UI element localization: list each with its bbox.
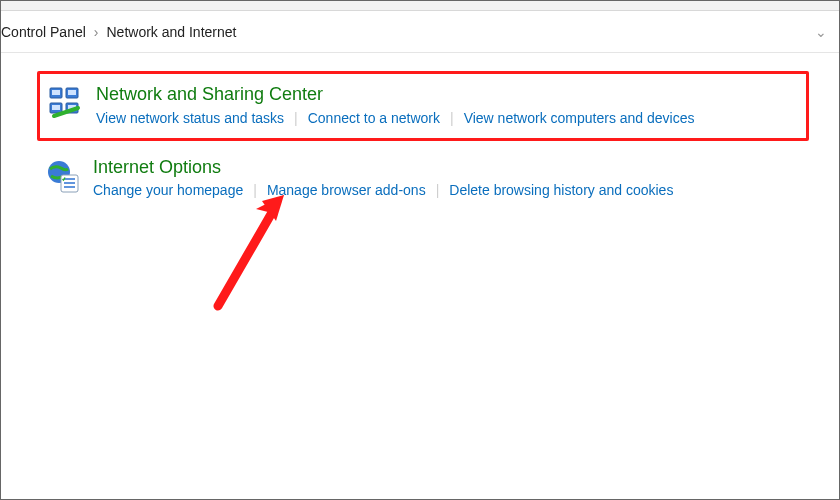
svg-rect-5	[52, 105, 60, 110]
link-view-network-status[interactable]: View network status and tasks	[96, 110, 284, 126]
link-divider: |	[243, 182, 267, 198]
link-connect-to-network[interactable]: Connect to a network	[308, 110, 440, 126]
section-internet-options: Internet Options Change your homepage | …	[37, 147, 809, 211]
section-network-sharing-center: Network and Sharing Center View network …	[37, 71, 809, 141]
chevron-right-icon: ›	[92, 24, 101, 40]
link-divider: |	[284, 110, 308, 126]
internet-options-title[interactable]: Internet Options	[93, 157, 797, 179]
window-titlebar	[1, 1, 839, 11]
network-sharing-title[interactable]: Network and Sharing Center	[96, 84, 794, 106]
svg-rect-1	[52, 90, 60, 95]
network-sharing-icon	[48, 84, 96, 126]
link-view-network-devices[interactable]: View network computers and devices	[464, 110, 695, 126]
chevron-down-icon[interactable]: ⌄	[813, 24, 829, 40]
breadcrumb-item-network-internet[interactable]: Network and Internet	[101, 24, 243, 40]
internet-options-icon	[45, 157, 93, 199]
link-divider: |	[426, 182, 450, 198]
svg-rect-3	[68, 90, 76, 95]
link-change-homepage[interactable]: Change your homepage	[93, 182, 243, 198]
control-panel-window: Control Panel › Network and Internet ⌄	[0, 0, 840, 500]
svg-line-14	[218, 209, 274, 306]
breadcrumb: Control Panel › Network and Internet ⌄	[1, 11, 839, 53]
content-area: Network and Sharing Center View network …	[1, 53, 839, 499]
breadcrumb-item-control-panel[interactable]: Control Panel	[1, 24, 92, 40]
link-delete-history[interactable]: Delete browsing history and cookies	[449, 182, 673, 198]
link-manage-addons[interactable]: Manage browser add-ons	[267, 182, 426, 198]
link-divider: |	[440, 110, 464, 126]
